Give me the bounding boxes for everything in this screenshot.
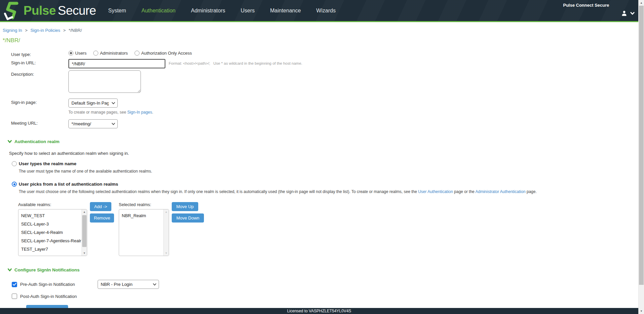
pre-auth-checkbox[interactable] — [12, 282, 17, 287]
add-remove-buttons: Add -> Remove — [90, 202, 114, 223]
sign-in-pages-link[interactable]: Sign-In pages — [127, 110, 152, 115]
desc-text: page. — [526, 189, 537, 194]
top-navigation-bar: PulseSecure System Authentication Admini… — [0, 0, 644, 22]
description-textarea[interactable] — [68, 70, 141, 93]
signin-notifications-title: Configure SignIn Notifications — [14, 267, 79, 272]
available-realms-listbox[interactable]: NEW_TEST SECL-Layer-3 SECL-Layer-4-Realm… — [18, 209, 87, 256]
meeting-url-select[interactable]: */meeting/ — [68, 119, 118, 128]
scroll-down-icon[interactable]: ▼ — [639, 308, 644, 314]
scrollbar-thumb[interactable] — [82, 215, 87, 247]
check-icon — [13, 283, 16, 286]
license-footer: Licensed to VASPHZLET54YL0V4S — [0, 308, 638, 314]
realm-option-head[interactable]: User types the realm name — [12, 161, 644, 166]
list-item[interactable]: SECL-Layer-7-Agentless-Realm — [18, 237, 81, 245]
scroll-up-icon[interactable]: ▲ — [639, 0, 644, 6]
sign-in-url-control — [68, 59, 165, 68]
breadcrumb-current: */NBR/ — [68, 28, 82, 33]
nav-item-system[interactable]: System — [108, 8, 126, 14]
selected-realms-items: NBR_Realm — [119, 209, 163, 256]
pre-auth-label: Pre-Auth Sign-in Notification — [20, 282, 75, 287]
user-icon — [621, 10, 628, 17]
scroll-up-icon[interactable]: ▲ — [82, 209, 87, 214]
pre-auth-notification-select[interactable]: NBR - Pre Login — [98, 280, 159, 289]
policy-form: User type: Users Administrators Authoriz… — [3, 51, 644, 128]
signin-notifications-section-header[interactable]: Configure SignIn Notifications — [8, 267, 644, 272]
administrators-radio[interactable] — [93, 51, 98, 56]
page-title: */NBR/ — [3, 37, 644, 44]
user-type-options: Users Administrators Authorization Only … — [68, 51, 197, 56]
breadcrumb: Signing In > Sign-in Policies > */NBR/ — [3, 22, 644, 33]
user-type-option-users[interactable]: Users — [68, 51, 87, 56]
move-up-button[interactable]: Move Up — [172, 202, 198, 211]
main-navigation: System Authentication Administrators Use… — [108, 8, 335, 14]
users-radio[interactable] — [68, 51, 73, 56]
realm-picker: Available realms: NEW_TEST SECL-Layer-3 … — [18, 202, 644, 256]
user-type-label: User type: — [3, 51, 68, 57]
authentication-realm-section-header[interactable]: Authentication realm — [8, 139, 644, 144]
available-realms-scrollbar[interactable]: ▲ ▼ — [82, 209, 87, 256]
sign-in-url-input[interactable] — [68, 59, 165, 68]
scroll-up-icon[interactable]: ▲ — [164, 209, 169, 214]
scroll-down-icon[interactable]: ▼ — [164, 251, 169, 256]
post-auth-notification-row: Post-Auth Sign-in Notification — [12, 294, 644, 299]
meeting-url-control: */meeting/ — [68, 119, 118, 128]
desc-text: page or the — [453, 189, 475, 194]
list-item[interactable]: TEST_Layer7 — [18, 245, 81, 253]
user-types-realm-radio[interactable] — [12, 161, 17, 166]
user-type-option-administrators[interactable]: Administrators — [93, 51, 128, 56]
available-realms-column: Available realms: NEW_TEST SECL-Layer-3 … — [18, 202, 87, 256]
scroll-down-icon[interactable]: ▼ — [82, 251, 87, 256]
realm-intro-text: Specify how to select an authentication … — [9, 151, 644, 156]
post-auth-checkbox[interactable] — [12, 294, 17, 299]
user-picks-realm-radio[interactable] — [12, 182, 17, 187]
scrollbar-thumb[interactable] — [639, 6, 644, 285]
available-realms-label: Available realms: — [18, 202, 87, 207]
post-auth-label: Post-Auth Sign-in Notification — [20, 294, 77, 299]
list-item[interactable]: SECL-Layer-3 — [18, 220, 81, 228]
sign-in-page-row: Sign-in page: Default Sign-In Page To cr… — [3, 99, 644, 119]
section-collapse-chevron-icon — [8, 140, 12, 143]
list-item[interactable]: Users — [18, 253, 81, 256]
user-menu[interactable] — [621, 10, 635, 17]
list-item[interactable]: SECL-Layer-4-Realm — [18, 228, 81, 237]
sign-in-url-label: Sign-in URL: — [3, 59, 68, 65]
administrator-authentication-link[interactable]: Administrator Authentication — [475, 189, 525, 194]
section-collapse-chevron-icon — [8, 268, 12, 271]
add-realm-button[interactable]: Add -> — [90, 202, 111, 211]
authorization-only-radio-label: Authorization Only Access — [141, 51, 192, 56]
nav-item-users[interactable]: Users — [240, 8, 255, 14]
brand-secure-text: Secure — [58, 4, 96, 17]
selected-realms-listbox[interactable]: NBR_Realm ▲ ▼ — [119, 209, 169, 256]
breadcrumb-signing-in[interactable]: Signing In — [3, 28, 22, 33]
authorization-only-radio[interactable] — [135, 51, 140, 56]
hint-text: To create or manage pages, see — [68, 110, 127, 115]
brand-pulse-text: Pulse — [23, 4, 56, 17]
sign-in-page-control: Default Sign-In Page To create or manage… — [68, 99, 153, 119]
nav-item-wizards[interactable]: Wizards — [316, 8, 336, 14]
description-label: Description: — [3, 70, 68, 77]
sign-in-page-label: Sign-in page: — [3, 99, 68, 105]
page: PulseSecure System Authentication Admini… — [0, 0, 644, 314]
list-item[interactable]: NBR_Realm — [119, 211, 163, 220]
breadcrumb-separator: > — [63, 28, 66, 33]
move-down-button[interactable]: Move Down — [172, 213, 204, 223]
realm-option-head[interactable]: User picks from a list of authentication… — [12, 182, 644, 187]
meeting-url-label: Meeting URL: — [3, 119, 68, 126]
page-scrollbar[interactable]: ▲ ▼ — [638, 0, 644, 314]
sign-in-page-select[interactable]: Default Sign-In Page — [68, 99, 118, 108]
nav-item-maintenance[interactable]: Maintenance — [270, 8, 301, 14]
sign-in-url-row: Sign-in URL: Format: <host>/<path>/; Use… — [3, 59, 644, 68]
user-types-realm-title: User types the realm name — [19, 161, 76, 166]
product-name: Pulse Connect Secure — [563, 3, 609, 8]
remove-realm-button[interactable]: Remove — [90, 213, 114, 223]
selected-realms-scrollbar[interactable]: ▲ ▼ — [163, 209, 169, 256]
main-content: Signing In > Sign-in Policies > */NBR/ *… — [0, 22, 644, 314]
nav-item-authentication[interactable]: Authentication — [142, 8, 175, 14]
nav-item-administrators[interactable]: Administrators — [191, 8, 225, 14]
list-item[interactable]: NEW_TEST — [18, 211, 81, 220]
user-types-realm-description: The user must type the name of one of th… — [19, 169, 644, 174]
user-authentication-link[interactable]: User Authentication — [418, 189, 453, 194]
user-picks-realm-title: User picks from a list of authentication… — [19, 182, 118, 187]
breadcrumb-sign-in-policies[interactable]: Sign-in Policies — [31, 28, 60, 33]
user-type-option-authorization-only[interactable]: Authorization Only Access — [135, 51, 192, 56]
